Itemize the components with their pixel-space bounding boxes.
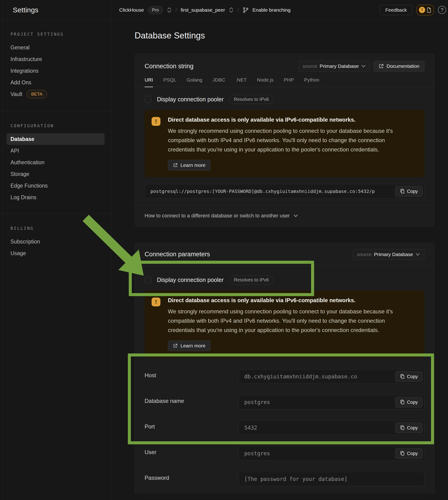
ipv6-notice: ! Direct database access is only availab… [144, 110, 424, 177]
field-row-user: User postgres Copy [144, 446, 424, 461]
pooler-label: Display connection pooler [157, 96, 224, 103]
tab-golang[interactable]: Golang [187, 77, 202, 87]
connection-string-header: Connection string source Primary Databas… [135, 54, 434, 71]
copy-label: Copy [407, 451, 418, 456]
password-placeholder: [The password for your database] [239, 472, 424, 486]
tab-python[interactable]: Python [304, 77, 319, 87]
copy-host-button[interactable]: Copy [395, 371, 423, 382]
connection-string-footer[interactable]: How to connect to a different database o… [135, 205, 434, 226]
password-value-box[interactable]: [The password for your database] [239, 472, 424, 486]
tab-jdbc[interactable]: JDBC [213, 77, 225, 87]
notifications-button[interactable]: ! [416, 5, 434, 15]
notice-body: We strongly recommend using connection p… [168, 126, 405, 154]
tab-php[interactable]: PHP [284, 77, 294, 87]
learn-more-button[interactable]: Learn more [168, 160, 210, 170]
top-header: Settings ClickHouse Pro / first_supabase… [0, 0, 448, 20]
sidebar-divider [0, 214, 111, 214]
sidebar-item-authentication[interactable]: Authentication [6, 157, 105, 168]
card-title: Connection string [144, 63, 193, 70]
display-connection-pooler-checkbox[interactable] [144, 277, 151, 283]
tab-dotnet[interactable]: .NET [236, 77, 247, 87]
settings-sidebar: PROJECT SETTINGS General Infrastructure … [0, 20, 111, 500]
alert-icon: ! [419, 7, 425, 13]
connection-string-card: Connection string source Primary Databas… [135, 54, 434, 226]
left-rail-divider [2, 0, 2, 500]
sidebar-item-storage[interactable]: Storage [6, 168, 105, 180]
tab-psql[interactable]: PSQL [163, 77, 176, 87]
field-label: Password [144, 472, 239, 486]
sidebar-item-api[interactable]: API [6, 145, 105, 157]
app-root: Settings ClickHouse Pro / first_supabase… [0, 0, 448, 500]
sidebar-item-integrations[interactable]: Integrations [6, 65, 105, 77]
copy-user-button[interactable]: Copy [395, 448, 423, 459]
copy-label: Copy [407, 189, 418, 194]
chevron-down-icon [416, 253, 420, 256]
page-title: Settings [13, 6, 38, 14]
database-name-value-box: postgres Copy [239, 395, 424, 409]
breadcrumb: ClickHouse Pro / first_supabase_peer / E… [119, 0, 291, 20]
org-switcher-chevrons-icon[interactable] [167, 7, 172, 13]
field-row-port: Port 5432 Copy [144, 420, 424, 435]
sidebar-item-subscription[interactable]: Subscription [6, 236, 105, 248]
sidebar-item-log-drains[interactable]: Log Drains [6, 192, 105, 203]
header-controls: source Primary Database Documentation [298, 61, 424, 71]
copy-icon [400, 425, 405, 430]
copy-label: Copy [407, 400, 418, 405]
connection-parameters-header: Connection parameters source Primary Dat… [135, 243, 434, 266]
enable-branching-button[interactable]: Enable branching [252, 7, 290, 13]
learn-more-label: Learn more [180, 162, 205, 168]
sidebar-item-add-ons[interactable]: Add Ons [6, 77, 105, 88]
sidebar-item-usage[interactable]: Usage [6, 248, 105, 259]
connection-uri-value: postgresql://postgres:[YOUR-PASSWORD]@db… [145, 184, 424, 198]
git-branch-icon [243, 7, 249, 13]
field-label: User [144, 446, 239, 461]
resolves-to-ipv6-badge: Resolves to IPv6 [229, 95, 273, 104]
sidebar-item-database[interactable]: Database [6, 133, 105, 145]
display-connection-pooler-checkbox[interactable] [144, 96, 151, 103]
plan-badge: Pro [148, 6, 163, 14]
breadcrumb-org[interactable]: ClickHouse [119, 7, 144, 13]
field-row-database-name: Database name postgres Copy [144, 395, 424, 409]
source-select[interactable]: source Primary Database [352, 249, 424, 260]
field-row-host: Host db.cxhygiuitamxhniiddjm.supabase.co… [144, 369, 424, 384]
beta-badge: BETA [27, 90, 47, 98]
footer-toggle-label: How to connect to a different database o… [144, 213, 290, 219]
tab-nodejs[interactable]: Node.js [257, 77, 273, 87]
field-row-password: Password [The password for your database… [144, 472, 424, 486]
source-select[interactable]: source Primary Database [298, 61, 370, 71]
database-settings-title: Database Settings [135, 31, 205, 41]
section-heading-project-settings: PROJECT SETTINGS [11, 32, 105, 37]
connection-parameters-card: Connection parameters source Primary Dat… [135, 243, 434, 494]
sidebar-item-infrastructure[interactable]: Infrastructure [6, 53, 105, 65]
breadcrumb-project[interactable]: first_supabase_peer [181, 7, 225, 13]
sidebar-item-label: Vault [11, 91, 22, 97]
breadcrumb-separator: / [238, 7, 239, 13]
source-value: Primary Database [374, 252, 413, 257]
project-switcher-chevrons-icon[interactable] [229, 7, 234, 13]
copy-label: Copy [407, 374, 418, 379]
feedback-button[interactable]: Feedback [380, 5, 412, 15]
copy-database-name-button[interactable]: Copy [395, 397, 423, 407]
documentation-button[interactable]: Documentation [373, 61, 424, 71]
project-settings-list: General Infrastructure Integrations Add … [6, 42, 105, 100]
help-button[interactable]: ? [438, 6, 446, 14]
field-label: Port [144, 420, 239, 435]
chevron-down-icon [361, 65, 366, 68]
notice-title: Direct database access is only available… [168, 297, 405, 304]
connection-string-tabs: URI PSQL Golang JDBC .NET Node.js PHP Py… [135, 77, 434, 87]
external-link-icon [173, 343, 178, 348]
chevron-down-icon [293, 214, 298, 217]
copy-port-button[interactable]: Copy [395, 422, 423, 433]
tab-uri[interactable]: URI [144, 77, 153, 87]
sidebar-item-vault[interactable]: Vault BETA [6, 88, 105, 100]
port-value-box: 5432 Copy [239, 420, 424, 435]
copy-uri-button[interactable]: Copy [395, 186, 423, 197]
learn-more-button[interactable]: Learn more [168, 340, 210, 351]
section-heading-billing: BILLING [11, 226, 105, 231]
section-divider [144, 498, 424, 498]
pooler-row: Display connection pooler Resolves to IP… [144, 95, 424, 104]
sidebar-item-edge-functions[interactable]: Edge Functions [6, 180, 105, 192]
source-label: source [357, 252, 372, 257]
card-title: Connection parameters [144, 251, 210, 258]
sidebar-item-general[interactable]: General [6, 42, 105, 53]
